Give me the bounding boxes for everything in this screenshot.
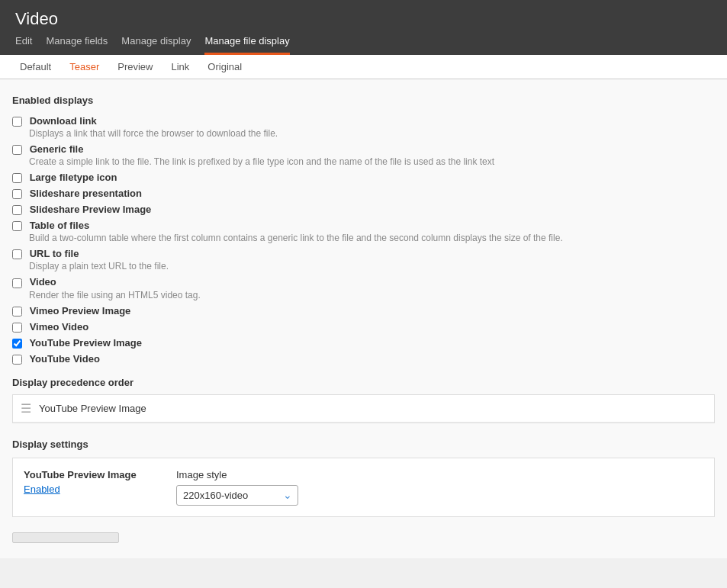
generic-file-label[interactable]: Generic file: [12, 143, 83, 155]
vimeo-preview-checkbox[interactable]: [12, 307, 22, 316]
url-to-file-checkbox[interactable]: [12, 249, 22, 259]
main-content: Enabled displays Download link Displays …: [0, 79, 727, 558]
list-item: Large filetype icon: [12, 172, 715, 183]
slideshare-presentation-checkbox[interactable]: [12, 189, 22, 199]
precedence-section: Display precedence order ☰ YouTube Previ…: [12, 377, 715, 423]
video-checkbox[interactable]: [12, 278, 22, 288]
list-item: Vimeo Preview Image: [12, 305, 715, 316]
tab-preview[interactable]: Preview: [110, 55, 160, 79]
url-to-file-label[interactable]: URL to file: [12, 248, 79, 259]
video-label[interactable]: Video: [12, 276, 56, 288]
slideshare-preview-label[interactable]: Slideshare Preview Image: [12, 204, 151, 215]
youtube-video-label[interactable]: YouTube Video: [12, 353, 100, 365]
table-of-files-label[interactable]: Table of files: [12, 220, 89, 231]
list-item: Generic file Create a simple link to the…: [12, 143, 715, 167]
slideshare-presentation-label[interactable]: Slideshare presentation: [12, 188, 142, 199]
image-style-label: Image style: [176, 469, 703, 480]
nav-manage-fields[interactable]: Manage fields: [46, 35, 108, 55]
top-header: Video Edit Manage fields Manage display …: [0, 0, 727, 55]
table-of-files-desc: Build a two-column table where the first…: [29, 233, 715, 243]
youtube-video-checkbox[interactable]: [12, 355, 22, 365]
list-item: YouTube Preview Image: [12, 337, 715, 349]
precedence-item-label: YouTube Preview Image: [39, 403, 146, 414]
ds-enabled-link[interactable]: Enabled: [24, 484, 60, 495]
url-to-file-desc: Display a plain text URL to the file.: [29, 261, 715, 272]
list-item: URL to file Display a plain text URL to …: [12, 248, 715, 272]
table-of-files-checkbox[interactable]: [12, 221, 22, 231]
youtube-preview-checkbox[interactable]: [12, 339, 22, 349]
nav-manage-file-display[interactable]: Manage file display: [204, 35, 289, 55]
top-nav: Edit Manage fields Manage display Manage…: [15, 35, 712, 55]
list-item: Download link Displays a link that will …: [12, 115, 715, 139]
list-item: Video Render the file using an HTML5 vid…: [12, 276, 715, 300]
precedence-row[interactable]: ☰ YouTube Preview Image: [13, 395, 714, 423]
drag-handle-icon[interactable]: ☰: [21, 401, 31, 416]
ds-right: Image style 220x160-video thumbnail medi…: [176, 469, 703, 506]
video-desc: Render the file using an HTML5 video tag…: [29, 290, 715, 300]
display-settings-section: Display settings YouTube Preview Image E…: [12, 439, 715, 517]
tab-default[interactable]: Default: [12, 55, 59, 79]
scrollbar[interactable]: [12, 532, 119, 543]
download-link-label[interactable]: Download link: [12, 115, 97, 127]
ds-left: YouTube Preview Image Enabled: [24, 469, 161, 503]
generic-file-desc: Create a simple link to the file. The li…: [29, 156, 715, 167]
precedence-heading: Display precedence order: [12, 377, 715, 388]
tab-teaser[interactable]: Teaser: [62, 55, 107, 79]
generic-file-checkbox[interactable]: [12, 145, 22, 155]
tab-bar: Default Teaser Preview Link Original: [0, 55, 727, 79]
image-style-select[interactable]: 220x160-video thumbnail medium large: [176, 485, 298, 506]
nav-edit[interactable]: Edit: [15, 35, 32, 55]
vimeo-video-label[interactable]: Vimeo Video: [12, 321, 88, 333]
enabled-displays-section: Enabled displays Download link Displays …: [12, 95, 715, 365]
download-link-checkbox[interactable]: [12, 117, 22, 127]
enabled-displays-heading: Enabled displays: [12, 95, 715, 106]
download-link-desc: Displays a link that will force the brow…: [29, 128, 715, 139]
page-title: Video: [15, 9, 712, 29]
tab-link[interactable]: Link: [163, 55, 197, 79]
precedence-table: ☰ YouTube Preview Image: [12, 394, 715, 423]
list-item: Table of files Build a two-column table …: [12, 220, 715, 243]
ds-title: YouTube Preview Image: [24, 469, 161, 480]
list-item: Vimeo Video: [12, 321, 715, 333]
display-settings-box: YouTube Preview Image Enabled Image styl…: [12, 458, 715, 517]
image-style-select-wrap: 220x160-video thumbnail medium large ⌄: [176, 485, 298, 506]
vimeo-video-checkbox[interactable]: [12, 323, 22, 333]
list-item: Slideshare presentation: [12, 188, 715, 199]
display-settings-heading: Display settings: [12, 439, 715, 450]
slideshare-preview-checkbox[interactable]: [12, 205, 22, 215]
list-item: YouTube Video: [12, 353, 715, 365]
vimeo-preview-label[interactable]: Vimeo Preview Image: [12, 305, 130, 316]
tab-original[interactable]: Original: [200, 55, 249, 79]
display-settings-row: YouTube Preview Image Enabled Image styl…: [24, 469, 703, 506]
youtube-preview-label[interactable]: YouTube Preview Image: [12, 337, 142, 349]
nav-manage-display[interactable]: Manage display: [121, 35, 191, 55]
list-item: Slideshare Preview Image: [12, 204, 715, 215]
large-filetype-checkbox[interactable]: [12, 173, 22, 183]
large-filetype-label[interactable]: Large filetype icon: [12, 172, 117, 183]
